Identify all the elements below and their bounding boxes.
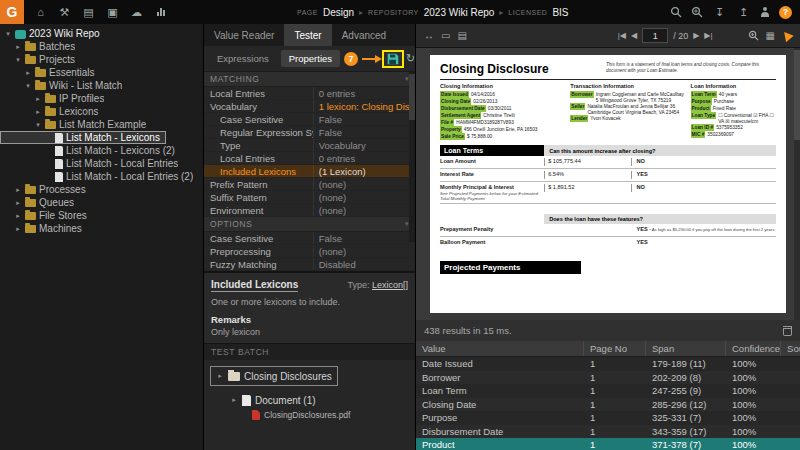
tree-item-queues[interactable]: ▸Queues bbox=[0, 196, 203, 209]
result-row[interactable]: Loan Term1247-255 (9)100% bbox=[416, 384, 800, 398]
tree-item-wiki-list-match[interactable]: ▾Wiki - List Match bbox=[0, 79, 203, 92]
property-value[interactable]: (none) bbox=[314, 179, 415, 190]
property-value[interactable]: (none) bbox=[314, 246, 415, 257]
cloud-icon[interactable] bbox=[129, 0, 144, 24]
subtab-expressions[interactable]: Expressions bbox=[209, 50, 277, 67]
property-value[interactable]: 0 entries bbox=[314, 153, 415, 164]
tree-item-repository[interactable]: ▾2023 Wiki Repo bbox=[0, 27, 203, 40]
property-row-type[interactable]: TypeVocabulary bbox=[204, 139, 415, 152]
result-row[interactable]: Disbursement Date1343-359 (17)100% bbox=[416, 425, 800, 439]
upload-icon[interactable] bbox=[736, 0, 751, 24]
stats-icon[interactable] bbox=[153, 0, 168, 24]
property-value[interactable]: False bbox=[314, 127, 415, 138]
search-icon[interactable] bbox=[670, 6, 682, 18]
tab-tester[interactable]: Tester bbox=[284, 24, 331, 46]
section-matching[interactable]: MATCHING bbox=[204, 72, 415, 87]
expander-icon[interactable]: ▾ bbox=[14, 56, 22, 64]
trash-icon[interactable] bbox=[783, 326, 792, 336]
zoom-in-icon[interactable] bbox=[748, 30, 759, 41]
expander-icon[interactable]: ▸ bbox=[14, 199, 22, 207]
expander-icon[interactable]: ▸ bbox=[34, 108, 42, 116]
column-page-no[interactable]: Page No bbox=[584, 341, 646, 356]
property-row-vocabulary[interactable]: Vocabulary1 lexicon: Closing Disclosu… bbox=[204, 100, 415, 113]
expander-icon[interactable] bbox=[230, 396, 238, 404]
property-value[interactable]: (none) bbox=[314, 192, 415, 203]
licensed-value[interactable]: BIS bbox=[552, 7, 568, 18]
property-value[interactable]: (1 Lexicon) bbox=[314, 166, 415, 177]
user-icon[interactable] bbox=[760, 7, 770, 17]
expander-icon[interactable]: ▸ bbox=[14, 43, 22, 51]
tree-item-file-stores[interactable]: ▸File Stores bbox=[0, 209, 203, 222]
result-row-selected[interactable]: Product1371-378 (7)100% bbox=[416, 438, 800, 450]
tree-item-ip-profiles[interactable]: ▸IP Profiles bbox=[0, 92, 203, 105]
expander-icon[interactable] bbox=[216, 372, 224, 380]
property-row-included-lexicons[interactable]: Included Lexicons(1 Lexicon) bbox=[204, 165, 415, 178]
page-number-input[interactable] bbox=[642, 28, 668, 43]
test-batch-file[interactable]: ClosingDisclosures.pdf bbox=[252, 408, 415, 421]
tree-item-list-match-example[interactable]: ▾List Match Example bbox=[0, 118, 203, 131]
tree-item-processes[interactable]: ▸Processes bbox=[0, 183, 203, 196]
property-value[interactable]: Disabled bbox=[314, 259, 415, 270]
tree-item-machines[interactable]: ▸Machines bbox=[0, 222, 203, 235]
tree-item-list-match-local-entries[interactable]: List Match - Local Entries bbox=[0, 157, 203, 170]
fit-width-icon[interactable] bbox=[424, 30, 434, 41]
property-row-fuzzy-matching[interactable]: Fuzzy MatchingDisabled bbox=[204, 258, 415, 271]
tree-item-batches[interactable]: ▸Batches bbox=[0, 40, 203, 53]
layout-grid-icon[interactable] bbox=[766, 30, 775, 41]
tools-icon[interactable] bbox=[57, 0, 72, 24]
test-batch-document[interactable]: Document (1) bbox=[230, 392, 415, 408]
property-value[interactable]: 0 entries bbox=[314, 88, 415, 99]
zoom-icon[interactable] bbox=[691, 6, 703, 18]
property-value[interactable]: (none) bbox=[314, 205, 415, 216]
tree-item-lexicons[interactable]: ▸Lexicons bbox=[0, 105, 203, 118]
first-page-button[interactable] bbox=[618, 31, 626, 40]
refresh-icon[interactable] bbox=[406, 52, 415, 65]
previous-page-button[interactable] bbox=[631, 31, 637, 40]
home-icon[interactable] bbox=[33, 0, 48, 24]
tree-item-projects[interactable]: ▾Projects bbox=[0, 53, 203, 66]
result-row[interactable]: Closing Date1285-296 (12)100% bbox=[416, 398, 800, 412]
help-icon[interactable] bbox=[779, 6, 792, 19]
expander-icon[interactable]: ▸ bbox=[14, 225, 22, 233]
property-row-environment[interactable]: Environment(none) bbox=[204, 204, 415, 217]
download-icon[interactable] bbox=[712, 0, 727, 24]
tab-value-reader[interactable]: Value Reader bbox=[204, 24, 284, 46]
expander-icon[interactable]: ▸ bbox=[34, 95, 42, 103]
expander-icon[interactable]: ▸ bbox=[14, 212, 22, 220]
type-value[interactable]: Lexicon[] bbox=[372, 280, 408, 290]
save-button[interactable] bbox=[382, 50, 404, 68]
column-source[interactable]: Source bbox=[781, 341, 800, 356]
property-row-suffix-pattern[interactable]: Suffix Pattern(none) bbox=[204, 191, 415, 204]
column-span[interactable]: Span bbox=[646, 341, 726, 356]
property-row-prefix-pattern[interactable]: Prefix Pattern(none) bbox=[204, 178, 415, 191]
result-row[interactable]: Purpose1325-331 (7)100% bbox=[416, 411, 800, 425]
property-row-case-sensitive-options[interactable]: Case SensitiveFalse bbox=[204, 232, 415, 245]
tree-item-list-match-lexicons-2[interactable]: List Match - Lexicons (2) bbox=[0, 144, 203, 157]
column-value[interactable]: Value bbox=[416, 341, 584, 356]
grooper-logo-icon[interactable] bbox=[0, 0, 24, 24]
expander-icon[interactable]: ▾ bbox=[34, 121, 42, 129]
design-pages-icon[interactable] bbox=[81, 0, 96, 24]
result-row[interactable]: Date Issued1179-189 (11)100% bbox=[416, 357, 800, 371]
property-value[interactable]: Vocabulary bbox=[314, 140, 415, 151]
next-page-button[interactable] bbox=[693, 31, 699, 40]
property-value[interactable]: False bbox=[314, 114, 415, 125]
inspector-scrollbar[interactable] bbox=[409, 72, 415, 242]
tree-item-essentials[interactable]: ▸Essentials bbox=[0, 66, 203, 79]
projects-icon[interactable] bbox=[105, 0, 120, 24]
column-confidence[interactable]: Confidence bbox=[726, 341, 781, 356]
tab-advanced[interactable]: Advanced bbox=[332, 24, 396, 46]
section-options[interactable]: OPTIONS bbox=[204, 217, 415, 232]
repository-value[interactable]: 2023 Wiki Repo bbox=[424, 7, 495, 18]
pointer-tool-icon[interactable] bbox=[780, 29, 793, 42]
property-value[interactable]: 1 lexicon: Closing Disclosu… bbox=[314, 101, 415, 112]
expander-icon[interactable]: ▸ bbox=[24, 69, 32, 77]
document-page[interactable]: Closing Disclosure This form is a statem… bbox=[430, 55, 786, 313]
property-row-local-entries-2[interactable]: Local Entries0 entries bbox=[204, 152, 415, 165]
page-value[interactable]: Design bbox=[323, 7, 354, 18]
property-row-preprocessing[interactable]: Preprocessing(none) bbox=[204, 245, 415, 258]
result-row[interactable]: Borrower1202-209 (8)100% bbox=[416, 371, 800, 385]
thumbnails-icon[interactable] bbox=[457, 30, 466, 41]
canvas-scrollbar[interactable] bbox=[794, 48, 800, 320]
test-batch-folder[interactable]: Closing Disclosures bbox=[212, 368, 336, 384]
